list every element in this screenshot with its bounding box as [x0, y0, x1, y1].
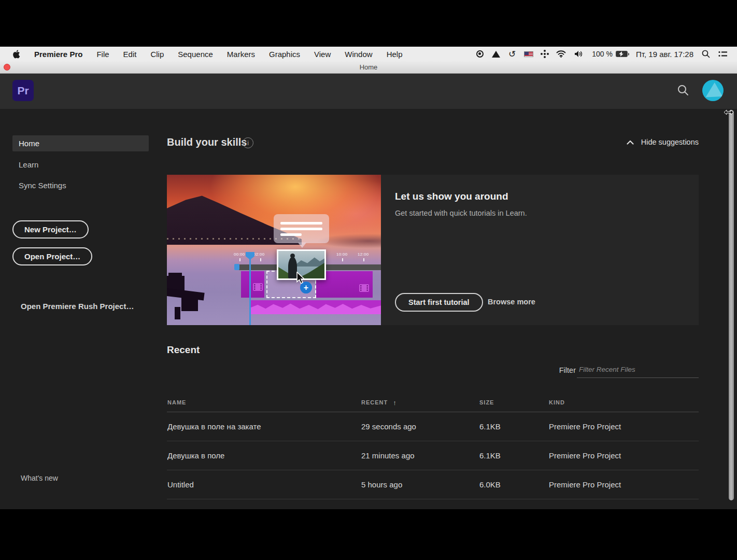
sidebar-item-home[interactable]: Home: [12, 135, 149, 151]
vertical-scrollbar[interactable]: [729, 110, 734, 500]
timeline-ruler-label: 00:00: [234, 252, 245, 257]
recent-files-table: NAME RECENT ↑ SIZE KIND Девушка в поле н…: [167, 393, 699, 499]
filter-recent-files-input[interactable]: [577, 363, 699, 378]
time-machine-icon[interactable]: ↺: [508, 49, 516, 59]
menubar-clock[interactable]: Пт, 19 авг. 17:28: [636, 50, 693, 59]
chevron-up-icon: [627, 140, 634, 145]
file-recent: 21 minutes ago: [361, 451, 479, 460]
film-clip-icon: [359, 284, 369, 292]
window-title: Home: [0, 63, 737, 71]
whats-new-link[interactable]: What's new: [21, 474, 58, 482]
premiere-home-window: Pr Home Learn Sync Settings New Project……: [0, 74, 737, 509]
table-row[interactable]: Untitled 5 hours ago 6.0KB Premiere Pro …: [167, 470, 699, 499]
hide-suggestions-button[interactable]: Hide suggestions: [627, 138, 699, 146]
column-header-recent-label: RECENT: [361, 399, 388, 405]
file-recent: 5 hours ago: [361, 480, 479, 489]
menu-edit[interactable]: Edit: [123, 50, 137, 59]
file-kind: Premiere Pro Project: [549, 422, 699, 431]
tutorial-hero-image[interactable]: 00:00 02:00 10:00 12:00: [167, 175, 381, 325]
column-header-recent[interactable]: RECENT ↑: [361, 399, 479, 407]
sidebar-item-sync-settings-label: Sync Settings: [19, 181, 66, 190]
open-project-button[interactable]: Open Project…: [12, 247, 92, 265]
column-header-name[interactable]: NAME: [167, 399, 361, 405]
sidebar-item-sync-settings[interactable]: Sync Settings: [12, 177, 149, 193]
menu-clip[interactable]: Clip: [150, 50, 164, 59]
audio-waveform-track: [250, 300, 381, 314]
start-first-tutorial-button[interactable]: Start first tutorial: [395, 293, 483, 312]
file-size: 6.1KB: [479, 451, 549, 460]
menu-help[interactable]: Help: [387, 50, 403, 59]
sidebar-item-learn[interactable]: Learn: [12, 157, 149, 173]
battery-percent: 100 %: [592, 50, 613, 58]
recent-section-title: Recent: [167, 344, 200, 356]
timeline-ruler-label: 12:00: [358, 252, 369, 257]
battery-icon[interactable]: [616, 51, 628, 57]
table-row[interactable]: Девушка в поле на закате 29 seconds ago …: [167, 412, 699, 441]
skills-section-title: Build your skills: [167, 136, 247, 148]
table-row[interactable]: Девушка в поле 21 minutes ago 6.1KB Prem…: [167, 441, 699, 470]
open-rush-project-link[interactable]: Open Premiere Rush Project…: [21, 302, 134, 311]
triangle-status-icon[interactable]: [492, 49, 500, 59]
notification-center-icon[interactable]: [718, 49, 728, 59]
search-icon[interactable]: [677, 84, 689, 96]
tooltip-card: [274, 214, 329, 243]
app-header: Pr: [0, 74, 737, 109]
menubar-app-name[interactable]: Premiere Pro: [34, 50, 82, 59]
window-titlebar[interactable]: Home: [0, 61, 737, 74]
user-avatar[interactable]: [702, 80, 724, 101]
tutorial-title: Let us show you around: [395, 191, 508, 202]
screen: Premiere Pro File Edit Clip Sequence Mar…: [0, 0, 737, 560]
menu-graphics[interactable]: Graphics: [269, 50, 300, 59]
menu-view[interactable]: View: [314, 50, 331, 59]
timeline-ruler-label: 10:00: [336, 252, 348, 257]
file-recent: 29 seconds ago: [361, 422, 479, 431]
sort-ascending-icon: ↑: [393, 399, 397, 407]
menu-window[interactable]: Window: [345, 50, 372, 59]
file-name: Untitled: [167, 480, 361, 489]
menu-sequence[interactable]: Sequence: [178, 50, 213, 59]
column-header-size[interactable]: SIZE: [479, 399, 549, 405]
pier-silhouette: [167, 275, 204, 325]
new-project-button[interactable]: New Project…: [12, 220, 89, 239]
tutorial-suggestion-card: 00:00 02:00 10:00 12:00: [167, 175, 699, 325]
wifi-icon[interactable]: [556, 49, 566, 59]
cursor-icon: [296, 272, 306, 284]
macos-menubar: Premiere Pro File Edit Clip Sequence Mar…: [0, 47, 737, 61]
sidebar-item-learn-label: Learn: [19, 160, 38, 169]
file-kind: Premiere Pro Project: [549, 451, 699, 460]
menu-file[interactable]: File: [96, 50, 109, 59]
browse-more-button[interactable]: Browse more: [488, 298, 535, 306]
hide-suggestions-label: Hide suggestions: [641, 138, 699, 146]
playhead-line: [249, 256, 251, 325]
tutorial-subtitle: Get started with quick tutorials in Lear…: [395, 209, 527, 217]
apple-menu-icon[interactable]: [12, 50, 20, 59]
info-icon[interactable]: i: [243, 137, 253, 148]
volume-icon[interactable]: [574, 49, 584, 59]
film-clip-icon: [253, 283, 263, 291]
timeline-ruler-label: 02:00: [253, 252, 265, 257]
premiere-pro-logo: Pr: [12, 80, 34, 101]
file-name: Девушка в поле: [167, 451, 361, 460]
resize-cursor-icon: [724, 109, 734, 116]
menu-markers[interactable]: Markers: [227, 50, 255, 59]
sidebar-item-home-label: Home: [19, 139, 39, 148]
timeline-marker: [234, 264, 239, 270]
file-size: 6.1KB: [479, 422, 549, 431]
spotlight-icon[interactable]: [702, 49, 710, 59]
filter-label: Filter: [559, 366, 576, 374]
file-name: Девушка в поле на закате: [167, 422, 361, 431]
column-header-kind[interactable]: KIND: [549, 399, 699, 405]
audio-dots-icon[interactable]: [542, 49, 548, 59]
file-size: 6.0KB: [479, 480, 549, 489]
file-kind: Premiere Pro Project: [549, 480, 699, 489]
table-header-row: NAME RECENT ↑ SIZE KIND: [167, 393, 699, 412]
screen-record-icon[interactable]: [476, 49, 484, 59]
keyboard-flag-icon[interactable]: [524, 49, 533, 59]
